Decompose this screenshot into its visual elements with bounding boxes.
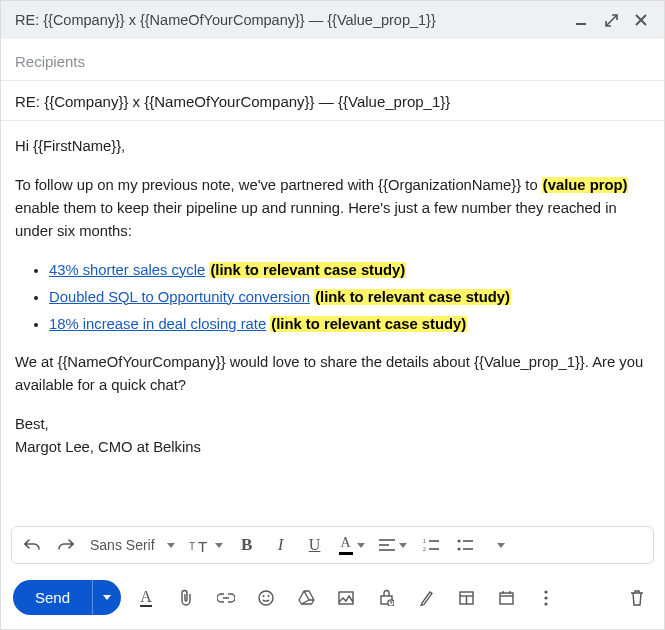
list-item: 18% increase in deal closing rate (link … (49, 313, 650, 336)
text-color-button[interactable]: A (339, 533, 365, 557)
send-button[interactable]: Send (13, 580, 92, 615)
chevron-down-icon (497, 543, 505, 548)
title-bar: RE: {{Company}} x {{NameOfYourCompany}} … (1, 1, 664, 39)
redo-icon[interactable] (56, 533, 76, 557)
recipients-field[interactable]: Recipients (1, 39, 664, 81)
minimize-icon[interactable] (572, 11, 590, 29)
case-study-link[interactable]: 43% shorter sales cycle (49, 262, 205, 278)
value-prop-highlight: (value prop) (542, 177, 629, 193)
svg-text:T: T (198, 538, 207, 553)
underline-button[interactable]: U (305, 533, 325, 557)
font-size-button[interactable]: TT (189, 533, 223, 557)
more-options-icon[interactable] (531, 583, 561, 613)
numbered-list-icon[interactable]: 12 (421, 533, 441, 557)
compose-window: RE: {{Company}} x {{NameOfYourCompany}} … (0, 0, 665, 630)
confidential-icon[interactable] (371, 583, 401, 613)
list-item: 43% shorter sales cycle (link to relevan… (49, 259, 650, 282)
svg-point-29 (544, 590, 547, 593)
attach-icon[interactable] (171, 583, 201, 613)
svg-text:T: T (189, 541, 195, 552)
svg-text:1: 1 (423, 538, 426, 544)
chevron-down-icon (399, 543, 407, 548)
format-toolbar: Sans Serif TT B I U A 12 (11, 526, 654, 564)
outro-paragraph: We at {{NameOfYourCompany}} would love t… (15, 351, 650, 397)
svg-rect-25 (500, 593, 513, 604)
layout-icon[interactable] (451, 583, 481, 613)
intro-paragraph: To follow up on my previous note, we've … (15, 174, 650, 243)
svg-point-30 (544, 596, 547, 599)
svg-point-13 (457, 548, 460, 551)
action-bar: Send A (1, 574, 664, 629)
formatting-toggle-button[interactable]: A (131, 583, 161, 613)
italic-button[interactable]: I (271, 533, 291, 557)
bullet-list: 43% shorter sales cycle (link to relevan… (15, 259, 650, 336)
calendar-icon[interactable] (491, 583, 521, 613)
signature: Best, Margot Lee, CMO at Belkins (15, 413, 650, 459)
svg-text:2: 2 (423, 546, 426, 552)
bullet-list-icon[interactable] (455, 533, 475, 557)
undo-icon[interactable] (22, 533, 42, 557)
message-body[interactable]: Hi {{FirstName}}, To follow up on my pre… (1, 121, 664, 526)
case-study-link[interactable]: 18% increase in deal closing rate (49, 316, 266, 332)
link-note-highlight: (link to relevant case study) (209, 262, 406, 278)
emoji-icon[interactable] (251, 583, 281, 613)
link-icon[interactable] (211, 583, 241, 613)
svg-point-18 (268, 595, 270, 597)
svg-point-12 (457, 540, 460, 543)
chevron-down-icon (167, 543, 175, 548)
greeting: Hi {{FirstName}}, (15, 135, 650, 158)
window-title: RE: {{Company}} x {{NameOfYourCompany}} … (15, 12, 436, 28)
more-format-button[interactable] (489, 533, 509, 557)
subject-field[interactable]: RE: {{Company}} x {{NameOfYourCompany}} … (1, 81, 664, 121)
insert-image-icon[interactable] (331, 583, 361, 613)
expand-icon[interactable] (602, 11, 620, 29)
chevron-down-icon (103, 595, 111, 600)
case-study-link[interactable]: Doubled SQL to Opportunity conversion (49, 289, 310, 305)
svg-point-31 (544, 602, 547, 605)
chevron-down-icon (357, 543, 365, 548)
discard-trash-icon[interactable] (622, 583, 652, 613)
chevron-down-icon (215, 543, 223, 548)
svg-point-16 (259, 591, 273, 605)
link-note-highlight: (link to relevant case study) (270, 316, 467, 332)
bold-button[interactable]: B (237, 533, 257, 557)
signature-pen-icon[interactable] (411, 583, 441, 613)
close-icon[interactable] (632, 11, 650, 29)
send-options-button[interactable] (92, 580, 121, 615)
send-button-group: Send (13, 580, 121, 615)
drive-icon[interactable] (291, 583, 321, 613)
font-family-select[interactable]: Sans Serif (90, 537, 175, 553)
svg-point-17 (263, 595, 265, 597)
list-item: Doubled SQL to Opportunity conversion (l… (49, 286, 650, 309)
link-note-highlight: (link to relevant case study) (314, 289, 511, 305)
align-button[interactable] (379, 533, 407, 557)
